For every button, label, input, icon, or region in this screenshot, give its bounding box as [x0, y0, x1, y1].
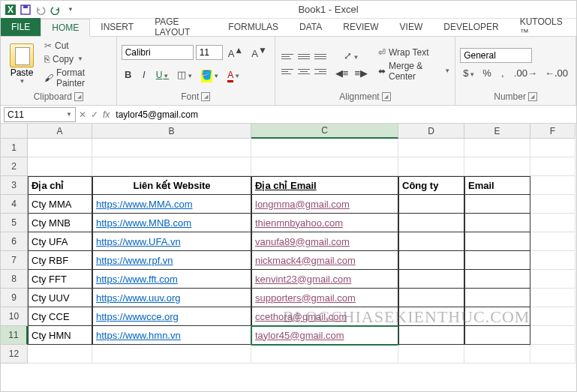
cell[interactable]: [530, 195, 575, 214]
clipboard-launcher-icon[interactable]: ◢: [74, 92, 83, 101]
number-launcher-icon[interactable]: ◢: [528, 92, 537, 101]
merge-center-button[interactable]: ⬌Merge & Center▼: [378, 61, 450, 82]
cell[interactable]: [530, 157, 575, 176]
align-top-button[interactable]: [280, 51, 295, 63]
cell[interactable]: [464, 214, 530, 232]
redo-icon[interactable]: [49, 3, 62, 16]
cell[interactable]: Địa chỉ Email: [251, 176, 398, 195]
cell[interactable]: [530, 307, 575, 326]
cell[interactable]: nickmack4@gmail.com: [251, 251, 398, 270]
orientation-button[interactable]: ⤢▼: [332, 49, 371, 63]
row-header[interactable]: 7: [1, 251, 28, 270]
cell[interactable]: Cty MMA: [28, 195, 92, 214]
cell[interactable]: Cty MNB: [28, 214, 92, 232]
italic-button[interactable]: I: [137, 67, 151, 82]
number-format-select[interactable]: [460, 48, 532, 63]
underline-button[interactable]: U▼: [153, 67, 173, 82]
cell[interactable]: https://www.rpf.vn: [92, 251, 251, 270]
comma-button[interactable]: ,: [496, 66, 509, 80]
cancel-formula-button[interactable]: ✕: [79, 109, 86, 120]
percent-button[interactable]: %: [479, 66, 494, 80]
fill-color-button[interactable]: 🪣▼: [198, 67, 222, 82]
col-header[interactable]: A: [28, 124, 92, 139]
cell[interactable]: supporters@gmail.com: [251, 289, 398, 307]
cell[interactable]: [464, 307, 530, 326]
font-name-select[interactable]: [122, 45, 194, 60]
currency-button[interactable]: $▼: [460, 66, 478, 80]
cell[interactable]: https://www.hmn.vn: [92, 326, 251, 345]
tab-developer[interactable]: DEVELOPER: [433, 18, 509, 36]
cut-button[interactable]: ✂Cut: [41, 40, 112, 52]
cell[interactable]: [530, 270, 575, 289]
increase-decimal-button[interactable]: .00→: [511, 66, 540, 80]
row-header[interactable]: 2: [1, 157, 28, 176]
copy-button[interactable]: ⎘Copy▼: [41, 53, 112, 65]
wrap-text-button[interactable]: ⏎Wrap Text: [378, 47, 450, 58]
cell[interactable]: thienmnbyahoo.com: [251, 214, 398, 232]
alignment-launcher-icon[interactable]: ◢: [382, 92, 391, 101]
cell[interactable]: Cty RBF: [28, 251, 92, 270]
col-header[interactable]: C: [251, 124, 398, 139]
cell[interactable]: kenvint23@gmail.com: [251, 270, 398, 289]
cell[interactable]: [398, 139, 464, 157]
cell[interactable]: Email: [464, 176, 530, 195]
row-header[interactable]: 3: [1, 176, 28, 195]
cell[interactable]: longmma@gmail.com: [251, 195, 398, 214]
font-size-select[interactable]: [196, 45, 223, 60]
cell[interactable]: Cty FFT: [28, 270, 92, 289]
cell[interactable]: [530, 345, 575, 364]
select-all-corner[interactable]: [1, 124, 28, 139]
cell[interactable]: [398, 270, 464, 289]
cell[interactable]: [464, 345, 530, 364]
tab-data[interactable]: DATA: [289, 18, 332, 36]
tab-kutools[interactable]: KUTOOLS ™: [509, 18, 576, 36]
enter-formula-button[interactable]: ✓: [91, 109, 98, 120]
cell[interactable]: https://www.MNB.com: [92, 214, 251, 232]
cell[interactable]: Địa chỉ: [28, 176, 92, 195]
decrease-decimal-button[interactable]: ←.00: [542, 66, 571, 80]
cell[interactable]: [530, 251, 575, 270]
excel-icon[interactable]: X: [4, 3, 17, 16]
font-color-button[interactable]: A▼: [224, 67, 243, 82]
cell[interactable]: [464, 289, 530, 307]
row-header[interactable]: 6: [1, 232, 28, 251]
cell[interactable]: [398, 345, 464, 364]
cell[interactable]: [464, 270, 530, 289]
cell[interactable]: Công ty: [398, 176, 464, 195]
cell[interactable]: https://wwwcce.org: [92, 307, 251, 326]
cell[interactable]: [398, 232, 464, 251]
tab-file[interactable]: FILE: [1, 18, 41, 36]
decrease-font-button[interactable]: A▼: [248, 43, 270, 61]
tab-review[interactable]: REVIEW: [332, 18, 389, 36]
col-header[interactable]: B: [92, 124, 251, 139]
fx-icon[interactable]: fx: [103, 109, 110, 120]
cell[interactable]: [464, 326, 530, 345]
cell[interactable]: [398, 214, 464, 232]
tab-home[interactable]: HOME: [41, 19, 90, 37]
col-header[interactable]: D: [398, 124, 464, 139]
cell[interactable]: [530, 326, 575, 345]
cell[interactable]: [530, 139, 575, 157]
font-launcher-icon[interactable]: ◢: [201, 92, 210, 101]
align-left-button[interactable]: [280, 66, 295, 78]
row-header[interactable]: 10: [1, 307, 28, 326]
row-header[interactable]: 1: [1, 139, 28, 157]
cell[interactable]: https://www.uuv.org: [92, 289, 251, 307]
align-center-button[interactable]: [296, 66, 311, 78]
cell[interactable]: [92, 157, 251, 176]
cell[interactable]: Cty CCE: [28, 307, 92, 326]
col-header[interactable]: F: [530, 124, 575, 139]
cell[interactable]: [464, 251, 530, 270]
decrease-indent-button[interactable]: ◀≡: [332, 66, 352, 80]
cell[interactable]: [398, 307, 464, 326]
cell[interactable]: [28, 139, 92, 157]
cell[interactable]: [398, 195, 464, 214]
cell[interactable]: [398, 157, 464, 176]
align-bottom-button[interactable]: [313, 51, 328, 63]
cell[interactable]: https://www.fft.com: [92, 270, 251, 289]
row-header[interactable]: 9: [1, 289, 28, 307]
cell[interactable]: Cty UUV: [28, 289, 92, 307]
paste-button[interactable]: Paste ▼: [5, 42, 38, 86]
cell[interactable]: [92, 345, 251, 364]
qat-dropdown-icon[interactable]: ▼: [64, 3, 77, 16]
